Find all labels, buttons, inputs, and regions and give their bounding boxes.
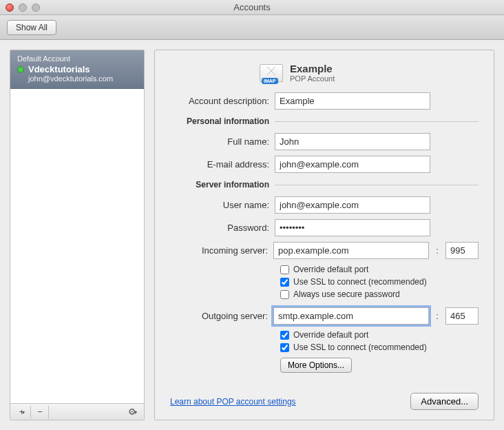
full-name-label: Full name: xyxy=(170,136,275,147)
settings-gear-button[interactable]: ▾ xyxy=(123,405,141,419)
account-header-title: Example xyxy=(290,63,335,74)
minus-icon: − xyxy=(37,407,43,417)
outgoing-port-input[interactable] xyxy=(445,307,479,325)
email-input[interactable] xyxy=(275,156,430,173)
incoming-override-port-label: Override default port xyxy=(293,265,368,274)
incoming-label: Incoming server: xyxy=(170,245,273,256)
user-name-input[interactable] xyxy=(275,196,430,214)
chevron-down-icon: ▾ xyxy=(134,409,137,416)
learn-link[interactable]: Learn about POP account settings xyxy=(170,397,296,407)
remove-account-button[interactable]: − xyxy=(31,405,49,419)
advanced-button[interactable]: Advanced... xyxy=(410,393,479,410)
add-account-button[interactable]: + ▾ xyxy=(13,405,31,419)
window-title: Accounts xyxy=(0,2,504,12)
password-input[interactable] xyxy=(275,219,430,236)
more-options-button[interactable]: More Options... xyxy=(280,358,352,373)
outgoing-ssl-label: Use SSL to connect (recommended) xyxy=(293,342,427,352)
outgoing-label: Outgoing server: xyxy=(170,311,273,321)
accounts-sidebar: Default Account Vdecktutorials john@vdec… xyxy=(10,50,145,420)
chevron-down-icon: ▾ xyxy=(22,409,25,416)
colon-label: : xyxy=(434,311,440,321)
colon-label: : xyxy=(434,245,440,256)
full-name-input[interactable] xyxy=(275,133,430,150)
outgoing-override-port-checkbox[interactable] xyxy=(280,331,289,340)
divider xyxy=(275,185,479,185)
description-input[interactable] xyxy=(275,92,430,110)
password-label: Password: xyxy=(170,223,275,233)
account-email: john@vdecktutorials.com xyxy=(28,74,137,83)
outgoing-override-port-label: Override default port xyxy=(293,330,368,340)
incoming-port-input[interactable] xyxy=(445,242,479,259)
toolbar: Show All xyxy=(0,15,504,40)
account-name: Vdecktutorials xyxy=(28,64,90,74)
status-online-icon xyxy=(17,66,24,73)
incoming-ssl-checkbox[interactable] xyxy=(280,278,289,287)
outgoing-ssl-checkbox[interactable] xyxy=(280,343,289,352)
incoming-override-port-checkbox[interactable] xyxy=(280,265,289,274)
description-label: Account description: xyxy=(170,96,275,106)
personal-info-section: Personal information xyxy=(170,116,275,126)
account-settings-panel: IMAP Example POP Account Account descrip… xyxy=(154,50,494,420)
incoming-server-input[interactable] xyxy=(273,242,429,259)
imap-badge: IMAP xyxy=(262,78,278,84)
mail-icon: IMAP xyxy=(260,64,283,82)
title-bar: Accounts xyxy=(0,0,504,15)
incoming-ssl-label: Use SSL to connect (recommended) xyxy=(293,277,427,287)
sidebar-account-item[interactable]: Default Account Vdecktutorials john@vdec… xyxy=(10,50,144,89)
server-info-section: Server information xyxy=(170,180,275,190)
incoming-secure-password-label: Always use secure password xyxy=(293,289,400,299)
sidebar-footer: + ▾ − ▾ xyxy=(10,403,144,420)
divider xyxy=(275,121,479,122)
email-label: E-mail address: xyxy=(170,159,275,170)
user-name-label: User name: xyxy=(170,200,275,210)
default-account-label: Default Account xyxy=(17,54,137,63)
incoming-secure-password-checkbox[interactable] xyxy=(280,290,289,299)
show-all-button[interactable]: Show All xyxy=(7,20,56,35)
account-header-type: POP Account xyxy=(290,74,335,83)
outgoing-server-input[interactable] xyxy=(273,307,429,325)
